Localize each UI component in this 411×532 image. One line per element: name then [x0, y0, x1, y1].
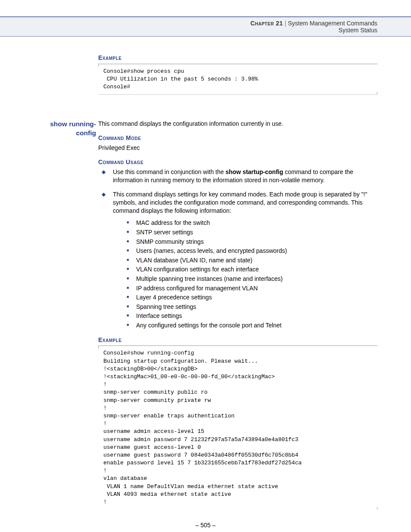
usage-item-1: Use this command in conjunction with the… [98, 168, 377, 184]
sublist-item: Users (names, access levels, and encrypt… [113, 247, 377, 255]
usage-item-2: This command displays settings for key c… [98, 190, 377, 330]
command-description: This command displays the configuration … [98, 120, 377, 128]
header-title: System Management Commands [288, 20, 377, 27]
usage-sublist: MAC address for the switch SNTP server s… [113, 219, 377, 330]
sublist-item: Spanning tree settings [113, 303, 377, 311]
page-number: – 505 – [0, 522, 411, 532]
sublist-item: SNTP server settings [113, 228, 377, 237]
usage-item-1-bold: show startup-config [225, 168, 283, 175]
example-heading-1: Example [98, 54, 377, 62]
usage-list: Use this command in conjunction with the… [98, 168, 377, 330]
sublist-item: VLAN configuration settings for each int… [113, 265, 377, 274]
header-subtitle: System Status [0, 27, 377, 34]
usage-item-1-pre: Use this command in conjunction with the [113, 168, 225, 175]
sublist-item: VLAN database (VLAN ID, name and state) [113, 256, 377, 265]
command-mode-heading: Command Mode [98, 134, 377, 142]
sublist-item: Multiple spanning tree instances (name a… [113, 275, 377, 283]
sublist-item: Interface settings [113, 312, 377, 320]
sublist-item: MAC address for the switch [113, 219, 377, 227]
command-usage-heading: Command Usage [98, 158, 377, 166]
command-mode-value: Privileged Exec [98, 144, 377, 152]
sublist-item: SNMP community strings [113, 238, 377, 246]
page-header: Chapter 21 | System Management Commands … [0, 16, 411, 37]
sublist-item: IP address configured for management VLA… [113, 284, 377, 293]
command-name: show running-config [34, 120, 96, 137]
chapter-label: Chapter 21 [250, 20, 283, 27]
header-separator: | [283, 20, 288, 27]
usage-item-2-text: This command displays settings for key c… [113, 191, 367, 214]
sublist-item: Layer 4 precedence settings [113, 293, 377, 302]
example-heading-2: Example [98, 336, 377, 344]
code-block-cpu: Console#show process cpu CPU Utilization… [98, 64, 377, 95]
sublist-item: Any configured settings for the console … [113, 321, 377, 330]
code-block-running-config: Console#show running-config Building sta… [98, 345, 377, 510]
